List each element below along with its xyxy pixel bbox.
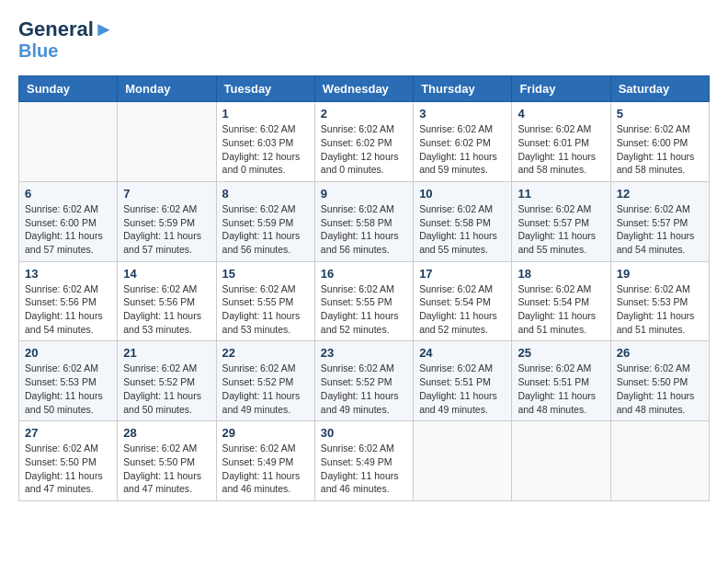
day-number: 1	[222, 107, 309, 121]
weekday-header: Tuesday	[216, 76, 314, 102]
calendar-day-cell: 23Sunrise: 6:02 AM Sunset: 5:52 PM Dayli…	[314, 341, 413, 421]
day-info: Sunrise: 6:02 AM Sunset: 6:01 PM Dayligh…	[518, 122, 604, 177]
day-info: Sunrise: 6:02 AM Sunset: 5:52 PM Dayligh…	[321, 362, 407, 416]
day-info: Sunrise: 6:02 AM Sunset: 5:57 PM Dayligh…	[617, 202, 703, 257]
calendar-day-cell	[610, 421, 709, 501]
day-info: Sunrise: 6:02 AM Sunset: 5:50 PM Dayligh…	[123, 442, 210, 496]
day-info: Sunrise: 6:02 AM Sunset: 5:54 PM Dayligh…	[518, 282, 604, 337]
day-info: Sunrise: 6:02 AM Sunset: 5:51 PM Dayligh…	[518, 362, 604, 416]
day-number: 12	[617, 187, 703, 201]
calendar-week-row: 20Sunrise: 6:02 AM Sunset: 5:53 PM Dayli…	[19, 341, 710, 421]
day-number: 17	[419, 267, 506, 281]
calendar-day-cell: 24Sunrise: 6:02 AM Sunset: 5:51 PM Dayli…	[414, 341, 512, 421]
calendar-week-row: 1Sunrise: 6:02 AM Sunset: 6:03 PM Daylig…	[19, 102, 710, 182]
weekday-header: Saturday	[610, 76, 709, 102]
day-number: 18	[518, 267, 604, 281]
calendar-week-row: 27Sunrise: 6:02 AM Sunset: 5:50 PM Dayli…	[19, 421, 710, 501]
day-info: Sunrise: 6:02 AM Sunset: 5:52 PM Dayligh…	[123, 362, 210, 416]
day-info: Sunrise: 6:02 AM Sunset: 5:55 PM Dayligh…	[222, 282, 309, 337]
calendar-day-cell: 25Sunrise: 6:02 AM Sunset: 5:51 PM Dayli…	[512, 341, 610, 421]
day-info: Sunrise: 6:02 AM Sunset: 5:56 PM Dayligh…	[25, 282, 111, 337]
calendar-day-cell	[118, 102, 216, 182]
day-number: 23	[321, 346, 407, 360]
calendar-day-cell: 14Sunrise: 6:02 AM Sunset: 5:56 PM Dayli…	[118, 261, 216, 341]
day-info: Sunrise: 6:02 AM Sunset: 5:50 PM Dayligh…	[25, 442, 111, 496]
calendar-day-cell: 17Sunrise: 6:02 AM Sunset: 5:54 PM Dayli…	[414, 261, 512, 341]
day-info: Sunrise: 6:02 AM Sunset: 5:49 PM Dayligh…	[321, 442, 407, 496]
calendar-day-cell: 1Sunrise: 6:02 AM Sunset: 6:03 PM Daylig…	[216, 102, 314, 182]
day-number: 20	[25, 346, 111, 360]
calendar-day-cell: 12Sunrise: 6:02 AM Sunset: 5:57 PM Dayli…	[610, 181, 709, 261]
calendar-week-row: 6Sunrise: 6:02 AM Sunset: 6:00 PM Daylig…	[19, 181, 710, 261]
day-number: 5	[617, 107, 703, 121]
day-number: 26	[617, 346, 703, 360]
calendar-day-cell: 20Sunrise: 6:02 AM Sunset: 5:53 PM Dayli…	[19, 341, 118, 421]
weekday-header: Wednesday	[314, 76, 413, 102]
calendar-day-cell	[19, 102, 118, 182]
calendar-day-cell: 30Sunrise: 6:02 AM Sunset: 5:49 PM Dayli…	[314, 421, 413, 501]
calendar-table: SundayMondayTuesdayWednesdayThursdayFrid…	[18, 75, 710, 501]
weekday-header: Friday	[512, 76, 610, 102]
calendar-day-cell: 6Sunrise: 6:02 AM Sunset: 6:00 PM Daylig…	[19, 181, 118, 261]
day-number: 27	[25, 426, 111, 440]
calendar-day-cell	[414, 421, 512, 501]
day-info: Sunrise: 6:02 AM Sunset: 6:00 PM Dayligh…	[617, 122, 703, 177]
calendar-day-cell: 28Sunrise: 6:02 AM Sunset: 5:50 PM Dayli…	[118, 421, 216, 501]
calendar-day-cell: 5Sunrise: 6:02 AM Sunset: 6:00 PM Daylig…	[610, 102, 709, 182]
day-number: 21	[123, 346, 210, 360]
day-info: Sunrise: 6:02 AM Sunset: 6:00 PM Dayligh…	[25, 202, 111, 257]
day-number: 10	[419, 187, 506, 201]
day-number: 6	[25, 187, 111, 201]
calendar-day-cell: 26Sunrise: 6:02 AM Sunset: 5:50 PM Dayli…	[610, 341, 709, 421]
day-info: Sunrise: 6:02 AM Sunset: 6:02 PM Dayligh…	[321, 122, 407, 177]
calendar-day-cell: 15Sunrise: 6:02 AM Sunset: 5:55 PM Dayli…	[216, 261, 314, 341]
calendar-day-cell: 13Sunrise: 6:02 AM Sunset: 5:56 PM Dayli…	[19, 261, 118, 341]
day-info: Sunrise: 6:02 AM Sunset: 5:53 PM Dayligh…	[617, 282, 703, 337]
weekday-header: Thursday	[414, 76, 512, 102]
day-info: Sunrise: 6:02 AM Sunset: 5:59 PM Dayligh…	[123, 202, 210, 257]
day-number: 11	[518, 187, 604, 201]
calendar-day-cell	[512, 421, 610, 501]
weekday-header: Monday	[118, 76, 216, 102]
day-number: 19	[617, 267, 703, 281]
calendar-day-cell: 27Sunrise: 6:02 AM Sunset: 5:50 PM Dayli…	[19, 421, 118, 501]
day-number: 16	[321, 267, 407, 281]
weekday-header: Sunday	[19, 76, 118, 102]
calendar-week-row: 13Sunrise: 6:02 AM Sunset: 5:56 PM Dayli…	[19, 261, 710, 341]
calendar-day-cell: 3Sunrise: 6:02 AM Sunset: 6:02 PM Daylig…	[414, 102, 512, 182]
day-info: Sunrise: 6:02 AM Sunset: 5:58 PM Dayligh…	[321, 202, 407, 257]
calendar-day-cell: 22Sunrise: 6:02 AM Sunset: 5:52 PM Dayli…	[216, 341, 314, 421]
day-info: Sunrise: 6:02 AM Sunset: 5:56 PM Dayligh…	[123, 282, 210, 337]
calendar-day-cell: 11Sunrise: 6:02 AM Sunset: 5:57 PM Dayli…	[512, 181, 610, 261]
day-number: 8	[222, 187, 309, 201]
day-number: 24	[419, 346, 506, 360]
logo-text: General►	[18, 18, 114, 40]
page-header: General► Blue	[18, 18, 710, 61]
logo: General► Blue	[18, 18, 114, 61]
calendar-day-cell: 21Sunrise: 6:02 AM Sunset: 5:52 PM Dayli…	[118, 341, 216, 421]
day-number: 29	[222, 426, 309, 440]
day-info: Sunrise: 6:02 AM Sunset: 5:54 PM Dayligh…	[419, 282, 506, 337]
logo-subtext: Blue	[18, 40, 114, 61]
calendar-header-row: SundayMondayTuesdayWednesdayThursdayFrid…	[19, 76, 710, 102]
day-info: Sunrise: 6:02 AM Sunset: 5:59 PM Dayligh…	[222, 202, 309, 257]
day-number: 28	[123, 426, 210, 440]
day-number: 3	[419, 107, 506, 121]
day-number: 7	[123, 187, 210, 201]
calendar-day-cell: 16Sunrise: 6:02 AM Sunset: 5:55 PM Dayli…	[314, 261, 413, 341]
calendar-day-cell: 29Sunrise: 6:02 AM Sunset: 5:49 PM Dayli…	[216, 421, 314, 501]
calendar-day-cell: 9Sunrise: 6:02 AM Sunset: 5:58 PM Daylig…	[314, 181, 413, 261]
day-number: 25	[518, 346, 604, 360]
day-info: Sunrise: 6:02 AM Sunset: 6:03 PM Dayligh…	[222, 122, 309, 177]
day-number: 14	[123, 267, 210, 281]
day-number: 30	[321, 426, 407, 440]
day-info: Sunrise: 6:02 AM Sunset: 5:53 PM Dayligh…	[25, 362, 111, 416]
day-info: Sunrise: 6:02 AM Sunset: 6:02 PM Dayligh…	[419, 122, 506, 177]
day-info: Sunrise: 6:02 AM Sunset: 5:55 PM Dayligh…	[321, 282, 407, 337]
day-number: 2	[321, 107, 407, 121]
calendar-day-cell: 18Sunrise: 6:02 AM Sunset: 5:54 PM Dayli…	[512, 261, 610, 341]
calendar-day-cell: 8Sunrise: 6:02 AM Sunset: 5:59 PM Daylig…	[216, 181, 314, 261]
day-info: Sunrise: 6:02 AM Sunset: 5:52 PM Dayligh…	[222, 362, 309, 416]
day-info: Sunrise: 6:02 AM Sunset: 5:51 PM Dayligh…	[419, 362, 506, 416]
day-info: Sunrise: 6:02 AM Sunset: 5:57 PM Dayligh…	[518, 202, 604, 257]
